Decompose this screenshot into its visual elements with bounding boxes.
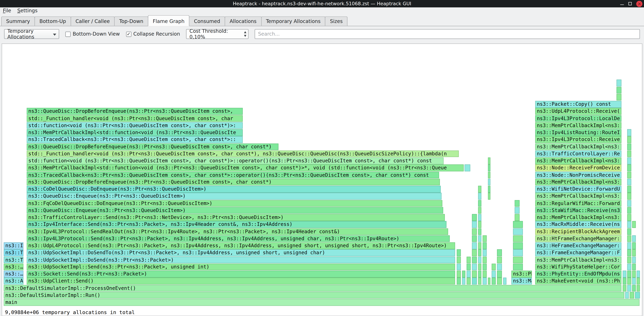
flame-cell[interactable] xyxy=(627,228,631,235)
flame-cell[interactable]: ns3::QueueDisc::DropBeforeEnqueue(ns3::P… xyxy=(27,143,278,150)
flame-cell[interactable] xyxy=(632,285,636,292)
tab-sizes[interactable]: Sizes xyxy=(325,16,348,26)
flame-cell[interactable]: ns3::UdpClient::Send() xyxy=(27,278,455,285)
bottom-down-view-checkbox[interactable]: Bottom-Down View xyxy=(65,31,120,37)
flame-cell[interactable] xyxy=(616,80,621,86)
tab-consumed[interactable]: Consumed xyxy=(189,16,225,26)
flame-cell[interactable]: ns3::Packet::Copy() const xyxy=(535,101,622,108)
flame-cell[interactable]: ns3::MemPtrCallbackImpl<ns3: xyxy=(535,256,622,263)
flame-cell[interactable] xyxy=(457,271,461,277)
flame-cell[interactable]: ns3::QueueDisc::DropBeforeEnqueue(ns3::P… xyxy=(27,179,440,185)
flame-cell[interactable] xyxy=(492,278,496,285)
flame-cell[interactable]: ns3::StaWifiMac::Receive(ns3 xyxy=(535,207,622,214)
flame-cell[interactable]: ns3::MemPtrCallbackImpl<ns3: xyxy=(535,158,622,164)
tab-bottom-up[interactable]: Bottom-Up xyxy=(34,16,71,26)
flame-cell[interactable] xyxy=(627,143,631,150)
flame-cell[interactable] xyxy=(472,256,477,263)
spin-down-icon[interactable] xyxy=(244,35,247,37)
flame-cell[interactable]: ns3::… xyxy=(4,264,23,270)
flame-cell[interactable] xyxy=(636,278,640,285)
flame-cell[interactable]: std::_Function_handler<void (ns3::Ptr<ns… xyxy=(27,115,243,122)
flame-cell[interactable] xyxy=(492,264,496,270)
flame-cell[interactable] xyxy=(627,207,631,214)
flame-cell[interactable]: ns3::Ipv4L3Protocol::Receive xyxy=(535,136,622,143)
flame-cell[interactable] xyxy=(513,221,523,228)
flame-cell[interactable] xyxy=(497,249,502,256)
flame-cell[interactable]: ns3::T xyxy=(4,249,23,256)
flame-cell[interactable] xyxy=(472,278,477,285)
flame-cell[interactable] xyxy=(632,278,636,285)
flame-cell[interactable] xyxy=(513,235,523,242)
close-icon[interactable] xyxy=(636,1,642,7)
flame-cell[interactable] xyxy=(627,179,631,185)
cost-type-combobox[interactable]: Temporary Allocations xyxy=(4,29,59,39)
flame-cell[interactable] xyxy=(488,278,490,285)
flame-cell[interactable]: ns3::UdpSocketImpl::DoSendTo(ns3::Ptr<ns… xyxy=(27,249,455,256)
flame-cell[interactable]: ns3::HtFrameExchangeManager: xyxy=(535,235,622,242)
tab-temporary-allocations[interactable]: Temporary Allocations xyxy=(261,16,326,26)
flame-cell[interactable] xyxy=(466,271,470,277)
flame-cell[interactable] xyxy=(488,193,490,200)
flame-cell[interactable] xyxy=(482,278,486,285)
flame-cell[interactable] xyxy=(472,242,477,249)
flame-cell[interactable]: ns3::HeFrameExchangeManager: xyxy=(535,242,622,249)
flame-cell[interactable]: ns3::MemPtrCallbackImpl<ns3: xyxy=(535,179,622,185)
flame-cell[interactable] xyxy=(488,171,490,178)
flame-cell[interactable]: ns3::Ipv4L3Protocol::Send(ns3::Ptr<ns3::… xyxy=(27,235,450,242)
flame-cell[interactable] xyxy=(635,292,640,299)
minimize-icon[interactable] xyxy=(620,4,624,5)
flame-cell[interactable] xyxy=(503,278,506,285)
flame-cell[interactable]: ns3::Ipv4L3Protocol::LocalDe xyxy=(535,115,622,122)
flame-cell[interactable]: std::_Function_handler<void (ns3::Ptr<ns… xyxy=(27,150,459,157)
flame-cell[interactable]: ns3::FrameExchangeManager::F xyxy=(535,249,622,256)
flame-cell[interactable] xyxy=(457,256,461,263)
flame-cell[interactable]: std::function<void (ns3::Ptr<ns3::QueueD… xyxy=(27,158,444,164)
flame-cell[interactable] xyxy=(632,249,636,256)
flame-cell[interactable]: ns3::UdpSocketImpl::Send(ns3::Ptr<ns3::P… xyxy=(27,264,455,270)
flame-cell[interactable]: std::function<void (ns3::Ptr<ns3::QueueD… xyxy=(27,122,243,129)
flame-cell[interactable] xyxy=(488,179,490,185)
flame-cell[interactable] xyxy=(488,186,490,192)
flame-cell[interactable] xyxy=(482,256,486,263)
flame-cell[interactable] xyxy=(513,256,523,263)
flame-cell[interactable] xyxy=(632,242,636,249)
flame-cell[interactable] xyxy=(636,285,640,292)
flame-cell[interactable] xyxy=(478,271,482,277)
flame-cell[interactable] xyxy=(482,242,486,249)
flame-cell[interactable] xyxy=(482,235,486,242)
flame-cell[interactable]: ns3::QueueDisc::Enqueue(ns3::Ptr<ns3::Qu… xyxy=(27,193,442,200)
flame-cell[interactable]: ns3::UdpL4Protocol::Send(ns3::Ptr<ns3::P… xyxy=(27,242,455,249)
flame-cell[interactable]: ns3::WifiPhyStateHelper::Cor xyxy=(535,264,622,270)
flame-cell[interactable] xyxy=(616,87,621,94)
flame-cell[interactable] xyxy=(627,150,631,157)
flame-cell[interactable] xyxy=(482,271,486,277)
flame-cell[interactable] xyxy=(478,235,482,242)
flame-cell[interactable] xyxy=(627,136,631,143)
flame-cell[interactable]: ns3::MemPtrCallbackImpl<ns3: xyxy=(535,193,622,200)
flame-cell[interactable] xyxy=(472,264,477,270)
flame-cell[interactable]: ns3::Ipv4Interface::Send(ns3::Ptr<ns3::P… xyxy=(27,221,446,228)
flame-cell[interactable]: ns3::PhyEntity::EndOfMpdu(ns xyxy=(535,271,622,277)
flame-cell[interactable] xyxy=(497,256,502,263)
flame-cell[interactable]: ns3::A. xyxy=(4,278,23,285)
flame-cell[interactable] xyxy=(457,249,461,256)
tab-allocations[interactable]: Allocations xyxy=(225,16,262,26)
flame-cell[interactable]: ns3::Ph… xyxy=(511,271,532,277)
tab-top-down[interactable]: Top-Down xyxy=(114,16,148,26)
flame-cell[interactable]: ns3::MemPtrCallbackImpl<ns3: xyxy=(535,122,622,129)
flame-cell[interactable]: ns3::RecipientBlockAckAgreem xyxy=(535,228,622,235)
flame-cell[interactable] xyxy=(630,292,634,299)
flame-cell[interactable] xyxy=(497,264,502,270)
flame-cell[interactable]: ns3::T xyxy=(4,256,23,263)
flame-cell[interactable] xyxy=(627,242,631,249)
flame-cell[interactable] xyxy=(627,193,631,200)
flame-cell[interactable] xyxy=(627,129,631,136)
flame-cell[interactable]: ns3::Socket::Send(ns3::Ptr<ns3::Packet>) xyxy=(27,271,455,277)
flame-cell[interactable] xyxy=(478,207,482,214)
flame-cell[interactable]: ns3::CoDelQueueDisc::DoEnqueue(ns3::Ptr<… xyxy=(27,186,441,192)
collapse-recursion-checkbox[interactable]: Collapse Recursion xyxy=(126,31,180,37)
flame-cell[interactable] xyxy=(627,271,631,277)
flame-cell[interactable] xyxy=(515,207,520,214)
flame-cell[interactable] xyxy=(457,264,461,270)
flame-cell[interactable] xyxy=(472,235,477,242)
